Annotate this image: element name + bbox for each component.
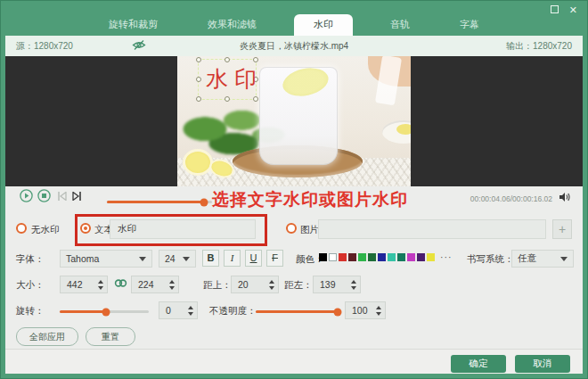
spinner-arrows[interactable] xyxy=(374,306,385,316)
radio-no-watermark[interactable] xyxy=(16,223,27,234)
tab-rotate-crop[interactable]: 旋转和裁剪 xyxy=(96,14,170,36)
reset-button[interactable]: 重置 xyxy=(86,327,135,346)
more-colors-button[interactable]: ··· xyxy=(440,251,453,262)
stop-button[interactable] xyxy=(37,189,51,204)
rotate-knob[interactable] xyxy=(102,308,110,316)
font-family-dropdown[interactable]: Tahoma xyxy=(60,250,152,268)
strikethrough-button[interactable]: F xyxy=(266,250,283,267)
tab-subtitles[interactable]: 字幕 xyxy=(447,14,492,36)
chevron-down-icon xyxy=(560,257,568,261)
rotate-slider[interactable] xyxy=(60,310,149,313)
font-label: 字体： xyxy=(16,253,45,266)
color-swatch-1[interactable] xyxy=(329,253,337,261)
resize-handle[interactable] xyxy=(253,57,258,62)
add-image-button[interactable]: + xyxy=(552,219,572,239)
app-window: ✕ 旋转和裁剪 效果和滤镜 水印 音轨 字幕 源：1280x720 炎炎夏日，冰… xyxy=(0,0,588,379)
opacity-slider[interactable] xyxy=(256,310,338,313)
font-size-dropdown[interactable]: 24 xyxy=(159,250,196,268)
watermark-image-input[interactable] xyxy=(318,219,546,239)
color-swatch-5[interactable] xyxy=(368,253,376,261)
resize-handle[interactable] xyxy=(196,77,201,82)
opacity-fill xyxy=(256,310,338,313)
resize-handle[interactable] xyxy=(196,57,201,62)
spinner-arrows[interactable] xyxy=(349,280,360,290)
timecode: 00:00:04.06/00:00:16.02 xyxy=(470,194,552,203)
rotate-value: 0 xyxy=(159,305,186,316)
color-swatches xyxy=(319,253,435,261)
opacity-knob[interactable] xyxy=(334,308,342,316)
chevron-down-icon xyxy=(183,257,190,261)
radio-text-watermark[interactable] xyxy=(80,223,91,234)
spinner-arrows[interactable] xyxy=(96,280,107,290)
tab-watermark[interactable]: 水印 xyxy=(294,14,353,36)
writing-system-label: 书写系统： xyxy=(467,253,514,266)
tab-effects-filters[interactable]: 效果和滤镜 xyxy=(195,14,269,36)
height-spinner[interactable]: 224 xyxy=(131,276,179,293)
resize-handle[interactable] xyxy=(196,96,201,102)
link-dimensions-icon[interactable] xyxy=(114,278,127,290)
offset-left-spinner[interactable]: 139 xyxy=(313,276,361,293)
opacity-spinner[interactable]: 100 xyxy=(345,301,386,319)
resize-handle[interactable] xyxy=(225,57,230,62)
playback-progress-slider[interactable] xyxy=(107,201,212,203)
spinner-arrows[interactable] xyxy=(167,280,178,290)
spinner-arrows[interactable] xyxy=(267,280,278,290)
lemon-slice-decoration xyxy=(183,149,213,176)
maximize-icon[interactable] xyxy=(551,5,559,13)
output-resolution: 输出：1280x720 xyxy=(506,40,572,53)
info-bar: 源：1280x720 炎炎夏日，冰镇柠檬水.mp4 输出：1280x720 xyxy=(5,36,583,56)
cancel-button[interactable]: 取消 xyxy=(515,355,570,373)
tab-audio[interactable]: 音轨 xyxy=(378,14,422,36)
color-swatch-11[interactable] xyxy=(427,253,435,261)
watermark-selection-box[interactable]: 水印 xyxy=(198,59,257,100)
color-swatch-2[interactable] xyxy=(339,253,347,261)
progress-knob[interactable] xyxy=(200,198,208,206)
color-swatch-10[interactable] xyxy=(417,253,425,261)
radio-image-watermark[interactable] xyxy=(286,223,297,234)
progress-fill xyxy=(107,201,204,203)
opacity-value: 100 xyxy=(346,305,374,316)
radio-image-watermark-label[interactable]: 图片 xyxy=(300,224,319,236)
tutorial-annotation-text: 选择文字水印或图片水印 xyxy=(212,188,408,211)
play-button[interactable] xyxy=(20,189,33,204)
offset-top-label: 距上： xyxy=(203,279,232,292)
color-swatch-3[interactable] xyxy=(348,253,356,261)
width-value: 442 xyxy=(61,279,96,290)
previous-frame-button[interactable] xyxy=(57,192,68,202)
watermark-text-overlay[interactable]: 水印 xyxy=(206,65,263,95)
apply-all-button[interactable]: 全部应用 xyxy=(16,327,78,346)
size-label: 大小： xyxy=(16,279,45,292)
font-size-value: 24 xyxy=(165,253,176,264)
color-swatch-0[interactable] xyxy=(319,253,327,261)
radio-no-watermark-label[interactable]: 无水印 xyxy=(31,224,60,236)
bold-button[interactable]: B xyxy=(202,250,219,267)
plate-lemon-decoration xyxy=(396,124,411,135)
window-controls: ✕ xyxy=(551,4,577,15)
offset-top-value: 20 xyxy=(232,279,267,290)
next-frame-button[interactable] xyxy=(71,192,82,202)
color-swatch-4[interactable] xyxy=(358,253,366,261)
underline-button[interactable]: U xyxy=(245,250,262,267)
offset-top-spinner[interactable]: 20 xyxy=(231,276,279,293)
close-icon[interactable]: ✕ xyxy=(569,4,577,15)
resize-handle[interactable] xyxy=(253,96,258,102)
color-swatch-9[interactable] xyxy=(407,253,415,261)
watermark-text-input[interactable] xyxy=(110,219,256,239)
tab-bar: 旋转和裁剪 效果和滤镜 水印 音轨 字幕 xyxy=(0,19,588,36)
font-family-value: Tahoma xyxy=(66,253,99,264)
resize-handle[interactable] xyxy=(225,96,230,102)
color-swatch-7[interactable] xyxy=(388,253,396,261)
rotate-spinner[interactable]: 0 xyxy=(159,301,198,319)
writing-system-dropdown[interactable]: 任意 xyxy=(511,250,574,268)
chevron-down-icon xyxy=(139,257,146,261)
italic-button[interactable]: I xyxy=(224,250,241,267)
color-swatch-8[interactable] xyxy=(397,253,405,261)
controls-panel: 选择文字水印或图片水印 00:00:04.06/00:00:16.02 无水印 … xyxy=(5,186,583,374)
spinner-arrows[interactable] xyxy=(186,306,197,316)
width-spinner[interactable]: 442 xyxy=(60,276,108,293)
rotate-fill xyxy=(60,310,106,313)
color-swatch-6[interactable] xyxy=(378,253,386,261)
video-frame: 水印 xyxy=(177,56,411,186)
ok-button[interactable]: 确定 xyxy=(451,355,506,373)
volume-icon[interactable] xyxy=(559,192,571,204)
